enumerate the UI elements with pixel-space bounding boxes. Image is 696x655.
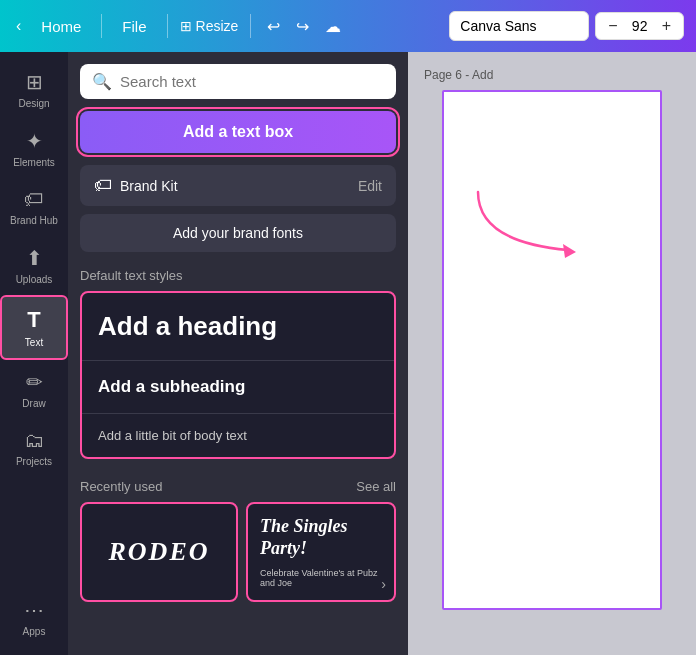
resize-icon: ⊞ — [180, 18, 192, 34]
home-button[interactable]: Home — [33, 14, 89, 39]
brand-kit-left: 🏷 Brand Kit — [94, 175, 178, 196]
text-icon: T — [27, 307, 40, 333]
sidebar-label-apps: Apps — [23, 626, 46, 637]
text-panel: 🔍 Add a text box 🏷 Brand Kit Edit Add yo… — [68, 52, 408, 655]
sidebar: ⊞ Design ✦ Elements 🏷 Brand Hub ⬆ Upload… — [0, 52, 68, 655]
sidebar-item-apps[interactable]: ⋯ Apps — [0, 588, 68, 647]
sidebar-label-elements: Elements — [13, 157, 55, 168]
brand-icon: 🏷 — [24, 188, 44, 211]
canvas-page — [442, 90, 662, 610]
brand-kit-icon: 🏷 — [94, 175, 112, 196]
search-input[interactable] — [120, 73, 384, 90]
sidebar-item-projects[interactable]: 🗂 Projects — [0, 419, 68, 477]
canvas-area: Page 6 - Add — [408, 52, 696, 655]
font-decrease-button[interactable]: − — [604, 17, 621, 35]
font-size-value: 92 — [626, 18, 654, 34]
topbar-divider-3 — [250, 14, 251, 38]
add-subheading-item[interactable]: Add a subheading — [82, 361, 394, 414]
sidebar-label-uploads: Uploads — [16, 274, 53, 285]
topbar-divider — [101, 14, 102, 38]
font-cards: RODEO The Singles Party! Celebrate Valen… — [68, 502, 408, 614]
brand-kit-row: 🏷 Brand Kit Edit — [80, 165, 396, 206]
body-text: Add a little bit of body text — [98, 428, 378, 443]
subheading-text: Add a subheading — [98, 377, 378, 397]
main-content: ⊞ Design ✦ Elements 🏷 Brand Hub ⬆ Upload… — [0, 52, 696, 655]
topbar-left: ‹ Home File ⊞ Resize ↩ ↪ ☁ — [12, 13, 345, 40]
uploads-icon: ⬆ — [26, 246, 43, 270]
elements-icon: ✦ — [26, 129, 43, 153]
brand-kit-edit-button[interactable]: Edit — [358, 178, 382, 194]
sidebar-item-brand[interactable]: 🏷 Brand Hub — [0, 178, 68, 236]
add-brand-fonts-button[interactable]: Add your brand fonts — [80, 214, 396, 252]
cloud-save-icon[interactable]: ☁ — [321, 13, 345, 40]
font-card-rodeo[interactable]: RODEO — [80, 502, 238, 602]
singles-party-subtitle: Celebrate Valentine's at Pubz and Joe — [260, 568, 382, 588]
font-select-wrapper: Canva Sans — [449, 11, 589, 41]
sidebar-item-text[interactable]: T Text — [0, 295, 68, 360]
sidebar-item-design[interactable]: ⊞ Design — [0, 60, 68, 119]
search-box: 🔍 — [80, 64, 396, 99]
sidebar-label-draw: Draw — [22, 398, 45, 409]
sidebar-item-elements[interactable]: ✦ Elements — [0, 119, 68, 178]
sidebar-item-draw[interactable]: ✏ Draw — [0, 360, 68, 419]
design-icon: ⊞ — [26, 70, 43, 94]
font-family-select[interactable]: Canva Sans — [449, 11, 589, 41]
see-all-button[interactable]: See all — [356, 479, 396, 494]
sidebar-label-projects: Projects — [16, 456, 52, 467]
topbar-right: Canva Sans − 92 + — [449, 11, 684, 41]
back-icon[interactable]: ‹ — [12, 13, 25, 39]
apps-icon: ⋯ — [24, 598, 44, 622]
topbar: ‹ Home File ⊞ Resize ↩ ↪ ☁ Canva Sans − … — [0, 0, 696, 52]
font-increase-button[interactable]: + — [658, 17, 675, 35]
text-styles-box: Add a heading Add a subheading Add a lit… — [80, 291, 396, 459]
font-card-arrow-icon: › — [381, 576, 386, 592]
font-card-singles-party[interactable]: The Singles Party! Celebrate Valentine's… — [246, 502, 396, 602]
font-size-control: − 92 + — [595, 12, 684, 40]
add-textbox-button[interactable]: Add a text box — [80, 111, 396, 153]
search-icon: 🔍 — [92, 72, 112, 91]
sidebar-label-design: Design — [18, 98, 49, 109]
sidebar-label-brand: Brand Hub — [10, 215, 58, 226]
file-button[interactable]: File — [114, 14, 154, 39]
singles-party-title: The Singles Party! — [260, 516, 382, 559]
add-heading-item[interactable]: Add a heading — [82, 293, 394, 361]
recently-used-label: Recently used — [80, 479, 162, 494]
projects-icon: 🗂 — [24, 429, 44, 452]
draw-icon: ✏ — [26, 370, 43, 394]
sidebar-item-uploads[interactable]: ⬆ Uploads — [0, 236, 68, 295]
recently-used-header: Recently used See all — [68, 471, 408, 502]
default-styles-header: Default text styles — [68, 264, 408, 291]
redo-button[interactable]: ↪ — [292, 13, 313, 40]
page-label: Page 6 - Add — [424, 68, 680, 82]
sidebar-label-text: Text — [25, 337, 43, 348]
add-body-item[interactable]: Add a little bit of body text — [82, 414, 394, 457]
font-controls: Canva Sans − 92 + — [449, 11, 684, 41]
topbar-divider-2 — [167, 14, 168, 38]
undo-button[interactable]: ↩ — [263, 13, 284, 40]
rodeo-text: RODEO — [108, 537, 209, 567]
brand-kit-label: Brand Kit — [120, 178, 178, 194]
resize-button[interactable]: ⊞ Resize — [180, 18, 239, 34]
heading-text: Add a heading — [98, 311, 378, 342]
